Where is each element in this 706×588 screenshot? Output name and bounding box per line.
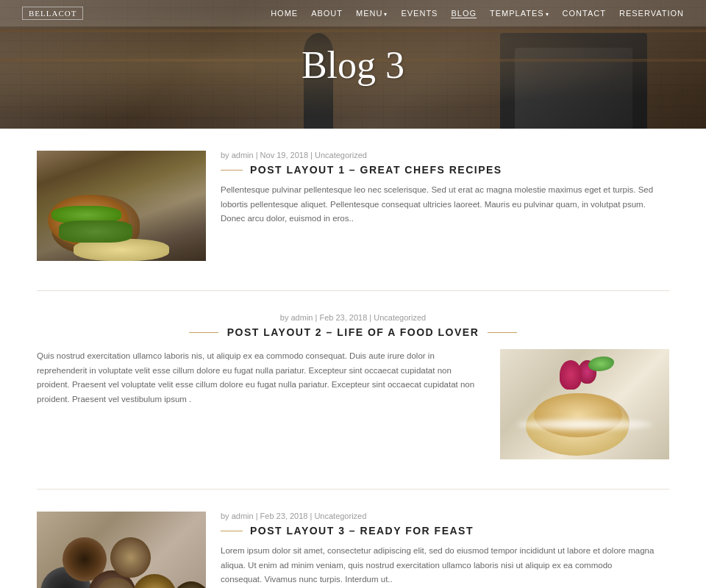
post-2-excerpt: Quis nostrud exercitation ullamco labori… (37, 349, 485, 406)
post-1-image (37, 151, 206, 261)
post-3: by admin | Feb 23, 2018 | Uncategorized … (37, 512, 669, 588)
navigation: BELLACOT HOME ABOUT MENU▾ EVENTS BLOG TE… (0, 0, 706, 26)
post-1-text: by admin | Nov 19, 2018 | Uncategorized … (206, 151, 669, 261)
post-2-title[interactable]: POST LAYOUT 2 – LIFE OF A FOOD LOVER (227, 326, 479, 338)
nav-item-home[interactable]: HOME (271, 7, 298, 19)
nav-item-blog[interactable]: BLOG (451, 7, 477, 19)
post-2-title-row: POST LAYOUT 2 – LIFE OF A FOOD LOVER (37, 326, 669, 338)
post-3-line (221, 531, 243, 531)
post-2-header: by admin | Feb 23, 2018 | Uncategorized … (37, 313, 669, 338)
post-2-line-left (189, 332, 218, 333)
post-1: by admin | Nov 19, 2018 | Uncategorized … (37, 151, 669, 261)
post-1-line (221, 170, 243, 171)
post-2-image (500, 349, 669, 459)
post-3-image (37, 512, 206, 588)
nav-item-contact[interactable]: CONTACT (563, 7, 606, 19)
nav-logo[interactable]: BELLACOT (22, 7, 83, 20)
nav-item-events[interactable]: EVENTS (401, 7, 438, 19)
nav-item-menu[interactable]: MENU▾ (356, 7, 388, 19)
post-2: by admin | Feb 23, 2018 | Uncategorized … (37, 313, 669, 459)
post-2-line-right (488, 332, 517, 333)
post-3-title-row: POST LAYOUT 3 – READY FOR FEAST (221, 525, 655, 537)
main-content: by admin | Nov 19, 2018 | Uncategorized … (22, 129, 684, 588)
chevron-down-icon: ▾ (384, 11, 388, 18)
post-2-body: Quis nostrud exercitation ullamco labori… (37, 349, 669, 459)
post-1-title-row: POST LAYOUT 1 – GREAT CHEFS RECIPES (221, 164, 655, 176)
nav-links: HOME ABOUT MENU▾ EVENTS BLOG TEMPLATES▾ … (271, 7, 684, 19)
post-1-excerpt: Pellentesque pulvinar pellentesque leo n… (221, 183, 655, 226)
nav-item-reservation[interactable]: RESERVATION (619, 7, 684, 19)
post-3-title[interactable]: POST LAYOUT 3 – READY FOR FEAST (250, 525, 474, 537)
post-3-text: by admin | Feb 23, 2018 | Uncategorized … (206, 512, 669, 588)
post-1-title[interactable]: POST LAYOUT 1 – GREAT CHEFS RECIPES (250, 164, 502, 176)
chevron-down-icon: ▾ (546, 11, 549, 18)
post-2-meta: by admin | Feb 23, 2018 | Uncategorized (37, 313, 669, 322)
post-1-meta: by admin | Nov 19, 2018 | Uncategorized (221, 151, 655, 159)
nav-item-templates[interactable]: TEMPLATES▾ (490, 7, 549, 19)
post-divider-2 (37, 489, 669, 490)
post-1-image-inner (37, 151, 206, 261)
hero-title: Blog 3 (302, 43, 404, 86)
post-3-excerpt: Lorem ipsum dolor sit amet, consectetur … (221, 544, 655, 587)
post-divider-1 (37, 290, 669, 291)
nav-item-about[interactable]: ABOUT (311, 7, 343, 19)
post-2-image-inner (500, 349, 669, 459)
post-3-image-inner (37, 512, 206, 588)
post-2-text: Quis nostrud exercitation ullamco labori… (37, 349, 485, 459)
post-3-meta: by admin | Feb 23, 2018 | Uncategorized (221, 512, 655, 520)
